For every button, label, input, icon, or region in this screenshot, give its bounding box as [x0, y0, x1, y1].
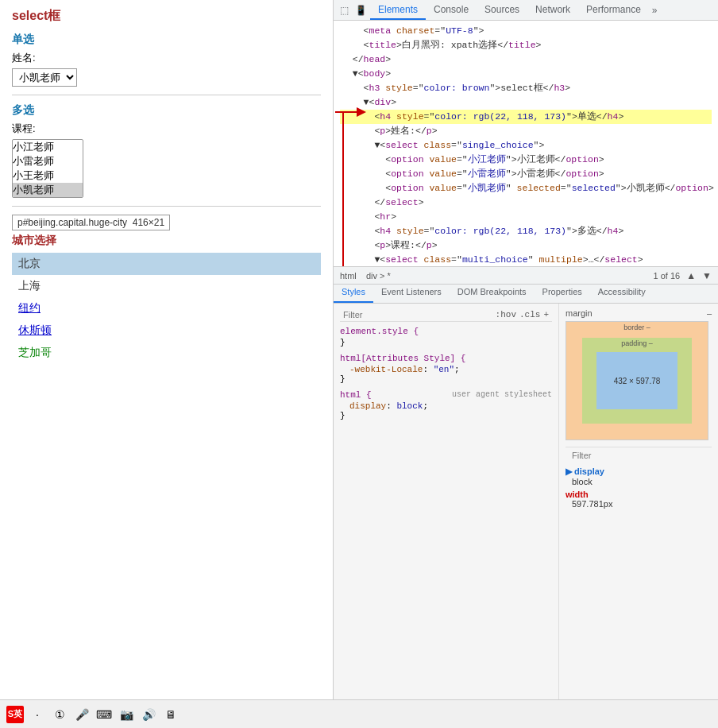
city-newyork[interactable]: 纽约 [12, 297, 321, 319]
box-model-visual: border – padding – 432 × 597.78 [566, 321, 708, 440]
styles-tab-properties[interactable]: Properties [535, 285, 590, 303]
tab-sources[interactable]: Sources [477, 1, 527, 20]
box-padding-label: padding – [621, 339, 653, 347]
box-padding: padding – 432 × 597.78 [582, 338, 692, 424]
code-line: </select> [340, 196, 712, 210]
code-line: <option value="小雷老师">小雷老师</option> [340, 167, 712, 181]
code-line: <h3 style="color: brown">select框</h3> [340, 81, 712, 95]
breadcrumb-html[interactable]: html [340, 271, 357, 281]
multi-option-4[interactable]: 小凯老师 [13, 183, 83, 197]
divider-2 [12, 206, 321, 207]
computed-display-value: block [572, 477, 712, 486]
breadcrumb-bar: html div > * 1 of 16 ▲ ▼ [334, 267, 718, 285]
code-line: </head> [340, 52, 712, 67]
breadcrumb-sep [359, 271, 364, 281]
css-rule-element-style: element.style { } [340, 327, 552, 347]
computed-width: width [566, 490, 712, 499]
multi-option-3[interactable]: 小王老师 [13, 168, 83, 183]
tab-elements[interactable]: Elements [370, 1, 426, 20]
styles-tab-styles[interactable]: Styles [334, 285, 373, 303]
styles-filter-bar: :hov .cls + [340, 308, 552, 322]
code-line: <meta charset="UTF-8"> [340, 24, 712, 38]
css-closing: } [340, 411, 552, 420]
code-line: <p>课程:</p> [340, 238, 712, 253]
styles-panel: Styles Event Listeners DOM Breakpoints P… [334, 285, 718, 728]
multi-label: 课程: [12, 122, 321, 136]
box-model: margin – border – padding – 432 × 597.78 [566, 308, 712, 440]
multi-heading: 多选 [12, 103, 321, 118]
city-shanghai[interactable]: 上海 [12, 275, 321, 297]
computed-width-value: 597.781px [572, 499, 712, 509]
devtools-more-icon[interactable]: » [649, 3, 661, 17]
css-source: user agent stylesheet [452, 390, 552, 401]
single-select[interactable]: 小江老师 小雷老师 小凯老师 [12, 68, 77, 87]
single-select-section: 姓名: 小江老师 小雷老师 小凯老师 [12, 51, 321, 87]
css-block: display: block; [349, 401, 552, 411]
multi-select-section: 课程: 小江老师 小雷老师 小王老师 小凯老师 [12, 122, 321, 198]
taskbar-mic-icon[interactable]: 🎤 [73, 706, 91, 723]
code-line: ▼<body> [340, 67, 712, 81]
city-section-label: 城市选择 [12, 234, 321, 248]
code-line: <option value="小凯老师" selected="selected"… [340, 181, 712, 196]
taskbar-circle-1-icon[interactable]: ① [51, 706, 68, 723]
left-panel: select框 单选 姓名: 小江老师 小雷老师 小凯老师 多选 课程: 小江老… [0, 0, 334, 728]
devtools-tab-bar: ⬚ 📱 Elements Console Sources Network Per… [334, 0, 718, 21]
styles-tab-bar: Styles Event Listeners DOM Breakpoints P… [334, 285, 718, 304]
taskbar-keyboard-icon[interactable]: ⌨ [95, 706, 113, 723]
box-content: 432 × 597.78 [596, 352, 677, 409]
devtools-panel: ⬚ 📱 Elements Console Sources Network Per… [334, 0, 718, 728]
city-houston[interactable]: 休斯顿 [12, 319, 321, 342]
add-style-button[interactable]: + [543, 310, 549, 319]
code-line-highlighted-h4: <h4 style="color: rgb(22, 118, 173)">单选<… [340, 110, 712, 124]
styles-filter-buttons: :hov .cls + [496, 310, 549, 319]
taskbar-monitor-icon[interactable]: 🖥 [162, 706, 180, 723]
taskbar-speaker-icon[interactable]: 🔊 [140, 706, 157, 723]
tab-console[interactable]: Console [426, 1, 477, 20]
code-line: <option value="小江老师">小江老师</option> [340, 153, 712, 167]
cls-button[interactable]: .cls [519, 310, 540, 319]
css-rule-header: html { user agent stylesheet [340, 390, 552, 401]
css-selector: html { [340, 390, 372, 400]
breadcrumb-path[interactable]: div > * [366, 271, 391, 281]
styles-tab-dom[interactable]: DOM Breakpoints [450, 285, 535, 303]
breadcrumb-up-arrow[interactable]: ▲ [686, 270, 696, 281]
css-selector: element.style { [340, 327, 552, 336]
styles-content: :hov .cls + element.style { } html[Attri… [334, 304, 718, 728]
code-line: ▼<select class="multi_choice" multiple>…… [340, 253, 712, 267]
css-value: "en" [434, 365, 454, 374]
styles-tab-event[interactable]: Event Listeners [373, 285, 450, 303]
css-closing: } [340, 338, 552, 347]
computed-properties: ▶ display block width 597.781px [566, 467, 712, 509]
taskbar-camera-icon[interactable]: 📷 [118, 706, 135, 723]
devtools-inspect-icon[interactable]: ⬚ [337, 3, 352, 17]
styles-left-panel: :hov .cls + element.style { } html[Attri… [334, 304, 559, 728]
page-title: select框 [12, 8, 321, 25]
divider-1 [12, 95, 321, 95]
css-value: block [396, 401, 423, 411]
code-line: <p>姓名:</p> [340, 124, 712, 138]
code-line: ▼<div> [340, 95, 712, 110]
city-chicago[interactable]: 芝加哥 [12, 342, 321, 364]
breadcrumb-down-arrow[interactable]: ▼ [702, 270, 712, 281]
code-line: ▼<select class="single_choice"> [340, 138, 712, 153]
multi-option-2[interactable]: 小雷老师 [13, 154, 83, 168]
taskbar-dot-icon: · [29, 706, 46, 723]
box-border-label: border – [623, 323, 650, 331]
city-beijing[interactable]: 北京 [12, 253, 321, 275]
css-property: -webkit-Locale [349, 365, 423, 374]
single-heading: 单选 [12, 33, 321, 47]
single-label: 姓名: [12, 51, 321, 65]
multi-option-1[interactable]: 小江老师 [13, 140, 83, 154]
tab-network[interactable]: Network [527, 1, 578, 20]
tab-performance[interactable]: Performance [578, 1, 649, 20]
breadcrumb-nav: html div > * [340, 271, 391, 281]
multi-select[interactable]: 小江老师 小雷老师 小王老师 小凯老师 [12, 139, 83, 198]
styles-tab-accessibility[interactable]: Accessibility [590, 285, 654, 303]
css-property: display [349, 401, 386, 411]
devtools-device-icon[interactable]: 📱 [352, 3, 370, 17]
box-margin-label: margin – [566, 308, 712, 318]
styles-filter-input[interactable] [343, 310, 496, 319]
hov-button[interactable]: :hov [496, 310, 516, 319]
computed-filter-input[interactable] [572, 451, 705, 460]
taskbar-s-icon[interactable]: S英 [6, 706, 24, 723]
